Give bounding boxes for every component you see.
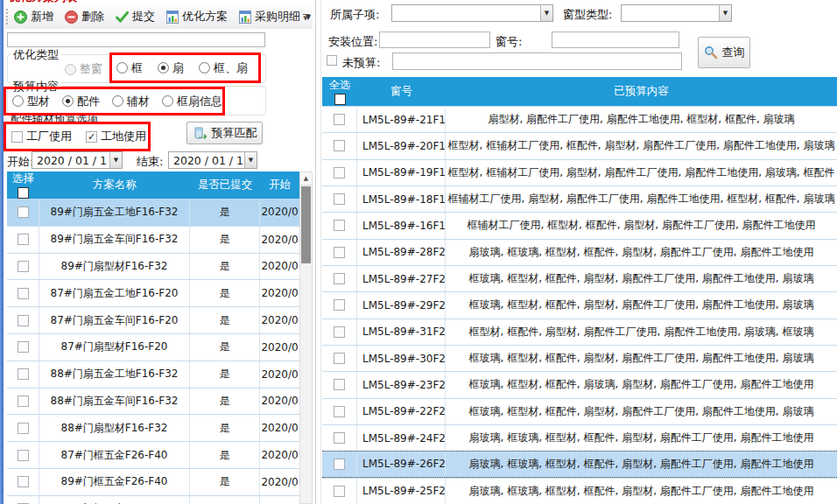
window-table-row[interactable]: LM5L-89#-22F20框玻璃, 框型材, 框配件, 扇型材, 扇配件工厂使… [322,398,837,424]
window-row-checkbox[interactable] [334,247,345,258]
window-row-checkbox[interactable] [334,458,345,470]
window-row-checkbox[interactable] [334,140,345,151]
sub-item-dropdown-icon[interactable]: ▼ [540,5,552,21]
plan-start-cell: 2020/0 [260,388,299,415]
plan-table-row[interactable]: 87#门扇五金工地F16-F20是2020/0 [7,279,299,306]
plan-filter-input[interactable] [7,32,265,47]
window-row-checkbox[interactable] [334,353,345,364]
window-table-row[interactable]: LM5L-89#-24F22扇玻璃, 框玻璃, 框型材, 框配件, 扇型材, 扇… [322,424,837,451]
optimize-plan-button[interactable]: 优化方案 [166,9,228,24]
plan-table-row[interactable]: 89#门扇型材F16-F32是2020/0 [7,253,299,280]
window-row-checkbox[interactable] [334,432,345,444]
plan-row-checkbox[interactable] [18,261,29,272]
unbudgeted-input[interactable] [392,52,682,70]
window-table-row[interactable]: LM5L-89#-25F23扇玻璃, 框玻璃, 框型材, 框配件, 扇型材, 扇… [322,478,837,504]
window-no-column-header: 窗号 [357,77,446,106]
plan-table-row[interactable]: 87#门扇型材F16-F20是2020/0 [7,333,299,360]
select-all-windows-checkbox[interactable] [334,94,346,105]
radio-option[interactable]: 配件 [62,94,100,109]
radio-option[interactable]: 辅材 [112,94,150,109]
radio-option[interactable]: 整窗 [65,61,102,77]
window-row-checkbox[interactable] [334,273,345,284]
window-row-checkbox[interactable] [334,220,345,231]
window-type-dropdown[interactable]: ▼ [621,4,732,22]
window-table-row[interactable]: LM5L-89#-29F27框玻璃, 框型材, 框配件, 扇型材, 扇配件工厂使… [322,291,837,318]
add-button[interactable]: 新增 [14,9,53,24]
delete-button[interactable]: 删除 [65,9,104,24]
plan-table-row[interactable]: 88#门框五金F21-F40是2020/0 [7,495,299,504]
window-row-checkbox[interactable] [334,406,345,417]
radio-option-label: 框、扇 [214,60,248,76]
window-row-checkbox[interactable] [334,114,345,125]
scrollbar-up-icon[interactable]: ▲ [300,172,312,186]
window-table-row[interactable]: LM5L-89#-23F21框玻璃, 框型材, 框配件, 扇玻璃, 扇型材, 扇… [322,371,837,397]
start-date-picker[interactable]: 2020 / 01 / 1 ▼ [32,151,123,169]
window-table-row[interactable]: LM5L-89#-20F18框型材, 框辅材工厂使用, 框配件, 扇型材, 扇配… [322,132,837,158]
plan-row-checkbox[interactable] [18,450,29,461]
toolbar-grip-icon[interactable] [6,9,8,24]
plan-row-checkbox[interactable] [18,206,29,218]
plan-table-row[interactable]: 87#门框五金F26-F40是2020/0 [7,441,299,468]
radio-option[interactable]: 型材 [12,94,50,109]
window-table-row[interactable]: LM5L-89#-31F29框型材, 框配件, 扇型材, 扇配件工厂使用, 扇配… [322,318,837,345]
window-row-checkbox[interactable] [334,326,345,338]
plans-table-body: 89#门扇五金工地F16-F32是2020/089#门扇五金车间F16-F32是… [7,199,299,504]
plan-start-cell: 2020/0 [260,415,299,441]
plan-table-row[interactable]: 88#门扇五金工地F16-F32是2020/0 [7,360,299,388]
plan-name-cell: 88#门扇五金车间F16-F32 [39,388,190,415]
submit-button[interactable]: 提交 [116,9,155,24]
start-date-dropdown-icon[interactable]: ▼ [109,152,122,168]
plan-row-checkbox[interactable] [18,234,29,245]
end-date-picker[interactable]: 2020 / 01 / 13 ▼ [168,151,257,169]
plan-table-row[interactable]: 88#门扇型材F16-F32是2020/0 [7,414,299,441]
scrollbar-thumb[interactable] [301,186,311,263]
plan-table-row[interactable]: 87#门扇五金车间F16-F20是2020/0 [7,306,299,333]
end-date-dropdown-icon[interactable]: ▼ [244,152,257,168]
window-table-row[interactable]: LM5L-89#-26F24扇玻璃, 框玻璃, 框型材, 框配件, 扇型材, 扇… [322,451,837,477]
radio-option[interactable]: 框 [116,60,143,76]
radio-option[interactable]: 框、扇 [199,60,248,76]
toolbar-overflow-button[interactable]: ▼ [299,8,312,27]
panel-splitter[interactable] [315,0,316,504]
plan-start-cell: 2020/0 [260,442,299,468]
window-type-dropdown-icon[interactable]: ▼ [719,5,731,21]
radio-option[interactable]: 框扇信息 [162,94,222,109]
plan-row-checkbox[interactable] [18,368,29,380]
plan-row-checkbox[interactable] [18,396,29,407]
window-table-row[interactable]: LM5L-89#-16F15框辅材工厂使用, 框型材, 框配件, 扇型材, 扇配… [322,212,837,238]
window-table-row[interactable]: LM5L-89#-30F28框玻璃, 框型材, 框配件, 扇型材, 扇配件工厂使… [322,345,837,371]
window-no-cell: LM5L-89#-16F15 [357,213,446,238]
plan-table-row[interactable]: 89#门扇五金工地F16-F32是2020/0 [7,199,299,226]
query-button[interactable]: 查询 [698,37,750,68]
unbudgeted-checkbox[interactable] [327,55,337,66]
sub-item-dropdown[interactable]: ▼ [391,4,553,22]
window-table-row[interactable]: LM5L-89#-21F19扇型材, 扇配件工厂使用, 扇配件工地使用, 框型材… [322,106,837,132]
window-no-input[interactable] [552,32,679,48]
plan-row-checkbox[interactable] [18,315,29,326]
window-table-row[interactable]: LM5L-89#-19F17框型材, 框辅材工厂使用, 扇型材, 扇配件工厂使用… [322,159,837,186]
checkbox-option[interactable]: 工厂使用 [11,129,72,144]
submit-check-icon [116,11,129,23]
plan-table-row[interactable]: 89#门扇五金车间F16-F32是2020/0 [7,226,299,253]
select-all-plans-checkbox[interactable] [18,187,29,199]
budget-match-button[interactable]: 预算匹配 [186,122,263,144]
window-row-checkbox[interactable] [334,486,345,497]
window-row-checkbox[interactable] [334,193,345,205]
install-position-input[interactable] [379,32,490,48]
window-table-row[interactable]: LM5L-89#-18F16框辅材工厂使用, 扇型材, 扇配件工厂使用, 扇配件… [322,186,837,212]
plans-table-scrollbar[interactable]: ▲ [299,172,313,504]
plan-row-checkbox[interactable] [18,288,29,299]
plan-row-checkbox[interactable] [18,423,29,434]
checkbox-option[interactable]: 工地使用 [86,129,146,144]
plan-table-row[interactable]: 88#门扇五金车间F16-F32是2020/0 [7,388,299,415]
window-row-checkbox[interactable] [334,379,345,390]
radio-option[interactable]: 扇 [158,60,184,76]
window-row-checkbox[interactable] [334,299,345,311]
plan-row-checkbox[interactable] [18,476,29,487]
plan-row-checkbox[interactable] [18,341,29,353]
window-table-row[interactable]: LM5L-89#-27F25框玻璃, 框型材, 框配件, 扇型材, 扇配件工厂使… [322,265,837,291]
window-row-checkbox[interactable] [334,167,345,178]
window-table-row[interactable]: LM5L-89#-28F26扇玻璃, 框玻璃, 框型材, 框配件, 扇型材, 扇… [322,239,837,265]
plan-table-row[interactable]: 89#门框五金F26-F40是2020/0 [7,468,299,495]
plan-submitted-cell: 是 [190,307,260,333]
